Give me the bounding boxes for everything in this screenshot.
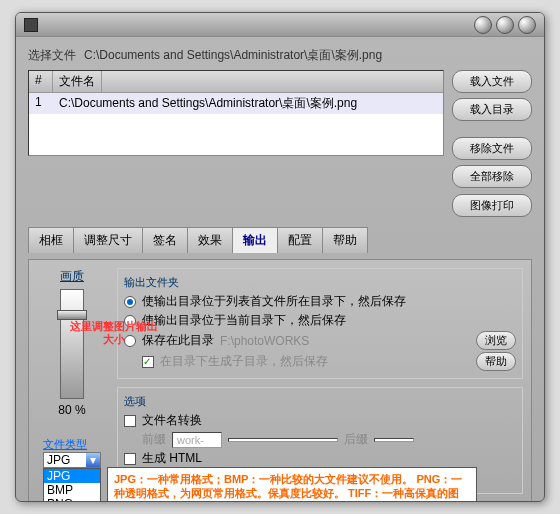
output-panel: 画质 这里调整图片输出大小 80 % 文件类型 JPG▾ JPG BMP PNG… bbox=[28, 259, 532, 501]
radio-listdir[interactable] bbox=[124, 296, 136, 308]
quality-percent: 80 % bbox=[58, 403, 85, 417]
opt-jpg[interactable]: JPG bbox=[44, 469, 100, 483]
opt-png[interactable]: PNG bbox=[44, 497, 100, 501]
col-num[interactable]: # bbox=[29, 71, 53, 92]
side-buttons: 载入文件 载入目录 移除文件 全部移除 bbox=[452, 70, 532, 188]
custom-path: F:\photoWORKS bbox=[220, 334, 309, 348]
format-tooltip: JPG：一种常用格式；BMP：一种比较的大文件建议不使用。 PNG：一种透明格式… bbox=[107, 467, 477, 501]
suffix-input[interactable] bbox=[374, 438, 414, 442]
image-print-button[interactable]: 图像打印 bbox=[452, 194, 532, 217]
load-dir-button[interactable]: 载入目录 bbox=[452, 98, 532, 121]
main-column: 输出文件夹 使输出目录位于列表首文件所在目录下，然后保存 使输出目录位于当前目录… bbox=[117, 268, 523, 498]
tab-help[interactable]: 帮助 bbox=[322, 227, 368, 253]
filetype-column: 文件类型 JPG▾ JPG BMP PNG TIFF bbox=[43, 437, 103, 501]
file-list-header: # 文件名 bbox=[29, 71, 443, 93]
quality-note: 这里调整图片输出大小 bbox=[69, 320, 159, 346]
quality-column: 画质 这里调整图片输出大小 80 % 文件类型 JPG▾ JPG BMP PNG… bbox=[37, 268, 107, 498]
minimize-button[interactable] bbox=[474, 16, 492, 34]
prefix-input[interactable]: work- bbox=[172, 432, 222, 448]
tab-effect[interactable]: 效果 bbox=[187, 227, 233, 253]
app-icon bbox=[24, 18, 38, 32]
close-button[interactable] bbox=[518, 16, 536, 34]
tab-frame[interactable]: 相框 bbox=[28, 227, 74, 253]
options-title: 选项 bbox=[124, 394, 516, 409]
filetype-label: 文件类型 bbox=[43, 437, 103, 452]
tab-sign[interactable]: 签名 bbox=[142, 227, 188, 253]
file-name: C:\Documents and Settings\Administrator\… bbox=[59, 95, 357, 112]
slider-handle[interactable] bbox=[57, 310, 87, 320]
output-folder-title: 输出文件夹 bbox=[124, 275, 516, 290]
dropdown-arrow-icon[interactable]: ▾ bbox=[86, 453, 100, 467]
chk-subdir[interactable] bbox=[142, 356, 154, 368]
chk-fname[interactable] bbox=[124, 415, 136, 427]
file-num: 1 bbox=[35, 95, 59, 112]
browse-button[interactable]: 浏览 bbox=[476, 331, 516, 350]
chk-html[interactable] bbox=[124, 453, 136, 465]
remove-file-button[interactable]: 移除文件 bbox=[452, 137, 532, 160]
file-area: # 文件名 1 C:\Documents and Settings\Admini… bbox=[28, 70, 532, 188]
window-controls bbox=[474, 16, 536, 34]
remove-all-button[interactable]: 全部移除 bbox=[452, 165, 532, 188]
path-value: C:\Documents and Settings\Administrator\… bbox=[84, 47, 382, 64]
app-window: 选择文件 C:\Documents and Settings\Administr… bbox=[15, 12, 545, 502]
path-label: 选择文件 bbox=[28, 47, 76, 64]
file-row[interactable]: 1 C:\Documents and Settings\Administrato… bbox=[29, 93, 443, 114]
help-button[interactable]: 帮助 bbox=[476, 352, 516, 371]
col-name[interactable]: 文件名 bbox=[53, 71, 102, 92]
tabs: 相框 调整尺寸 签名 效果 输出 配置 帮助 bbox=[28, 227, 532, 253]
tab-config[interactable]: 配置 bbox=[277, 227, 323, 253]
content: 选择文件 C:\Documents and Settings\Administr… bbox=[16, 37, 544, 501]
tab-output[interactable]: 输出 bbox=[232, 227, 278, 253]
titlebar bbox=[16, 13, 544, 37]
filetype-dropdown[interactable]: JPG BMP PNG TIFF bbox=[43, 468, 101, 501]
load-file-button[interactable]: 载入文件 bbox=[452, 70, 532, 93]
maximize-button[interactable] bbox=[496, 16, 514, 34]
print-row: 图像打印 bbox=[28, 194, 532, 217]
filetype-select[interactable]: JPG▾ bbox=[43, 452, 101, 468]
number-input[interactable] bbox=[228, 438, 338, 442]
tab-resize[interactable]: 调整尺寸 bbox=[73, 227, 143, 253]
path-row: 选择文件 C:\Documents and Settings\Administr… bbox=[28, 47, 532, 64]
output-folder-group: 输出文件夹 使输出目录位于列表首文件所在目录下，然后保存 使输出目录位于当前目录… bbox=[117, 268, 523, 379]
quality-label: 画质 bbox=[60, 268, 84, 285]
file-list[interactable]: # 文件名 1 C:\Documents and Settings\Admini… bbox=[28, 70, 444, 156]
opt-bmp[interactable]: BMP bbox=[44, 483, 100, 497]
